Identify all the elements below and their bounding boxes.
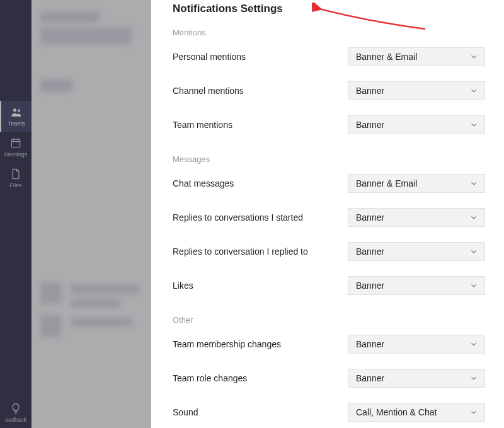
svg-point-0	[13, 108, 16, 112]
rail-item-meetings[interactable]: Meetings	[0, 132, 32, 163]
dropdown-value: Banner	[356, 86, 384, 96]
chevron-down-icon	[469, 408, 478, 417]
setting-label: Team membership changes	[173, 339, 281, 349]
setting-row: Team membership changesBanner	[173, 327, 485, 361]
section-heading: Messages	[173, 154, 485, 164]
dropdown-value: Banner	[356, 120, 384, 130]
chevron-down-icon	[469, 179, 478, 188]
setting-dropdown[interactable]: Banner & Email	[348, 174, 485, 193]
dropdown-value: Call, Mention & Chat	[356, 407, 437, 417]
panel-title: Notifications Settings	[173, 3, 485, 15]
notifications-settings-panel: Notifications Settings MentionsPersonal …	[151, 0, 504, 428]
setting-dropdown[interactable]: Banner & Email	[348, 47, 485, 66]
calendar-icon	[9, 137, 22, 149]
app-rail: Teams Meetings Files eedback	[0, 0, 32, 428]
setting-label: Personal mentions	[173, 52, 246, 62]
dropdown-value: Banner & Email	[356, 52, 417, 62]
dropdown-value: Banner & Email	[356, 178, 417, 188]
setting-dropdown[interactable]: Call, Mention & Chat	[348, 403, 485, 422]
rail-item-label: Meetings	[4, 151, 28, 158]
dropdown-value: Banner	[356, 339, 384, 349]
chevron-down-icon	[469, 86, 478, 95]
setting-dropdown[interactable]: Banner	[348, 335, 485, 354]
setting-label: Replies to conversations I started	[173, 212, 303, 223]
teams-icon	[10, 106, 23, 119]
chevron-down-icon	[469, 281, 478, 290]
setting-row: Channel mentionsBanner	[173, 74, 485, 108]
bulb-icon	[9, 402, 22, 415]
setting-dropdown[interactable]: Banner	[348, 81, 485, 100]
svg-rect-2	[11, 139, 20, 147]
rail-item-label: Files	[9, 182, 21, 188]
setting-dropdown[interactable]: Banner	[348, 208, 485, 227]
setting-row: Personal mentionsBanner & Email	[173, 40, 485, 74]
setting-label: Replies to conversation I replied to	[173, 246, 308, 257]
setting-dropdown[interactable]: Banner	[348, 369, 485, 388]
setting-row: Replies to conversation I replied toBann…	[173, 234, 485, 269]
setting-label: Likes	[173, 281, 193, 291]
dropdown-value: Banner	[356, 373, 384, 383]
setting-row: SoundCall, Mention & Chat	[173, 395, 485, 428]
setting-label: Sound	[173, 407, 198, 417]
setting-row: Team mentionsBanner	[173, 108, 485, 142]
setting-row: Chat messagesBanner & Email	[173, 166, 485, 200]
setting-row: LikesBanner	[173, 269, 485, 303]
setting-row: Team role changesBanner	[173, 361, 485, 395]
setting-label: Chat messages	[173, 178, 234, 188]
setting-label: Channel mentions	[173, 86, 244, 96]
section-heading: Mentions	[173, 28, 485, 37]
teams-list-panel	[32, 0, 151, 428]
setting-row: Replies to conversations I startedBanner	[173, 200, 485, 234]
setting-dropdown[interactable]: Banner	[348, 242, 485, 261]
chevron-down-icon	[469, 374, 478, 383]
setting-dropdown[interactable]: Banner	[348, 115, 485, 134]
dropdown-value: Banner	[356, 212, 384, 223]
chevron-down-icon	[469, 52, 478, 61]
setting-label: Team mentions	[173, 120, 232, 130]
chevron-down-icon	[469, 340, 478, 349]
rail-item-teams[interactable]: Teams	[0, 101, 32, 132]
dropdown-value: Banner	[356, 281, 384, 291]
rail-item-label: eedback	[5, 417, 26, 423]
chevron-down-icon	[469, 247, 478, 256]
chevron-down-icon	[469, 213, 478, 222]
section-heading: Other	[173, 315, 485, 325]
setting-label: Team role changes	[173, 373, 247, 383]
svg-point-1	[18, 110, 20, 112]
rail-item-feedback[interactable]: eedback	[0, 397, 32, 428]
setting-dropdown[interactable]: Banner	[348, 276, 485, 295]
rail-item-label: Teams	[8, 120, 25, 127]
rail-item-files[interactable]: Files	[0, 163, 32, 194]
dropdown-value: Banner	[356, 246, 384, 257]
files-icon	[9, 168, 22, 180]
chevron-down-icon	[469, 120, 478, 129]
